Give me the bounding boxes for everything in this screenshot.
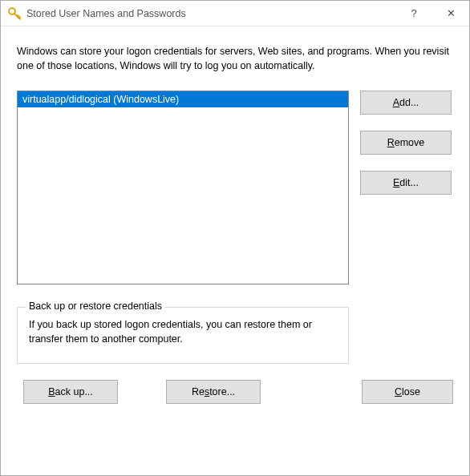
title-bar: Stored User Names and Passwords ? ✕: [1, 1, 469, 26]
bottom-row: Back up... Restore... Close: [17, 380, 453, 404]
main-row: virtualapp/didlogical (WindowsLive) Add.…: [17, 91, 453, 284]
backup-button[interactable]: Back up...: [23, 380, 118, 404]
side-buttons: Add... Remove Edit...: [360, 91, 452, 284]
remove-button[interactable]: Remove: [360, 131, 452, 155]
groupbox-title: Back up or restore credentials: [26, 301, 165, 312]
add-button[interactable]: Add...: [360, 91, 452, 115]
credentials-listbox[interactable]: virtualapp/didlogical (WindowsLive): [17, 91, 349, 284]
restore-button[interactable]: Restore...: [166, 380, 261, 404]
credential-item[interactable]: virtualapp/didlogical (WindowsLive): [18, 91, 348, 107]
intro-text: Windows can store your logon credentials…: [17, 44, 453, 73]
groupbox-text: If you back up stored logon credentials,…: [29, 317, 337, 346]
dialog-content: Windows can store your logon credentials…: [1, 26, 469, 420]
key-icon: [7, 6, 22, 21]
help-glyph: ?: [411, 7, 416, 19]
close-button[interactable]: Close: [362, 380, 453, 404]
close-icon: ✕: [447, 7, 456, 19]
close-window-button[interactable]: ✕: [432, 1, 469, 26]
edit-button[interactable]: Edit...: [360, 171, 452, 195]
window-title: Stored User Names and Passwords: [22, 8, 395, 19]
help-button[interactable]: ?: [395, 1, 432, 26]
backup-restore-group: Back up or restore credentials If you ba…: [17, 307, 349, 363]
